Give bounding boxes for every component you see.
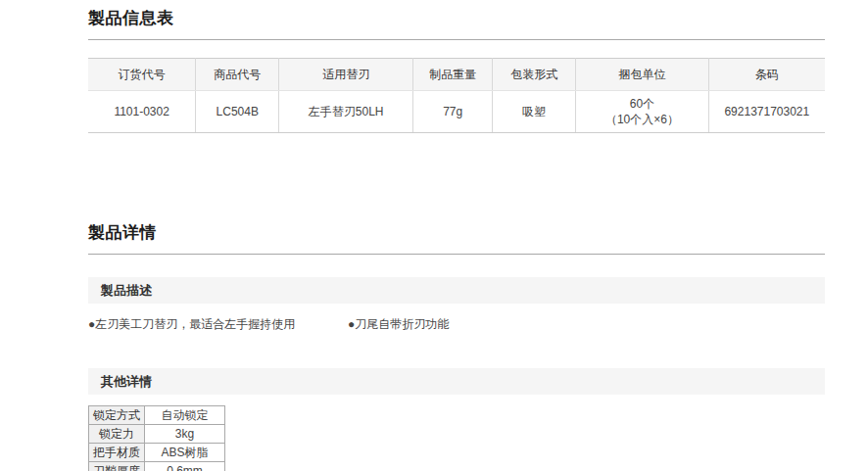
description-bullet-1: ●左刃美工刀替刃，最适合左手握持使用 bbox=[88, 316, 348, 333]
cell-weight: 77g bbox=[413, 91, 493, 133]
page-title-product-details: 製品详情 bbox=[88, 214, 825, 255]
product-details-section: 製品详情 製品描述 ●左刃美工刀替刃，最适合左手握持使用 ●刀尾自带折刃功能 其… bbox=[88, 214, 825, 471]
cell-packaging: 吸塑 bbox=[493, 91, 576, 133]
detail-value-lock-force: 3kg bbox=[145, 425, 225, 444]
detail-row-handle-material: 把手材质 ABS树脂 bbox=[89, 444, 225, 462]
pack-unit-breakdown: （10个入×6） bbox=[605, 113, 679, 126]
col-header-blade: 适用替刃 bbox=[279, 59, 413, 91]
cell-pack-unit: 60个 （10个入×6） bbox=[576, 91, 708, 133]
col-header-packaging: 包装形式 bbox=[493, 59, 576, 91]
detail-label-lock-method: 锁定方式 bbox=[89, 406, 145, 425]
col-header-product-code: 商品代号 bbox=[196, 59, 279, 91]
col-header-weight: 制品重量 bbox=[413, 59, 493, 91]
cell-order-code: 1101-0302 bbox=[88, 91, 196, 133]
page-content: 製品信息表 订货代号 商品代号 适用替刃 制品重量 包装形式 捆包单位 条码 1… bbox=[88, 0, 825, 471]
detail-label-lock-force: 锁定力 bbox=[89, 425, 145, 444]
detail-row-lock-force: 锁定力 3kg bbox=[89, 425, 225, 444]
table-row: 1101-0302 LC504B 左手替刃50LH 77g 吸塑 60个 （10… bbox=[88, 91, 825, 133]
cell-blade: 左手替刃50LH bbox=[279, 91, 413, 133]
cell-product-code: LC504B bbox=[196, 91, 279, 133]
description-bullet-list: ●左刃美工刀替刃，最适合左手握持使用 ●刀尾自带折刃功能 bbox=[88, 316, 825, 333]
description-bullet-2: ●刀尾自带折刃功能 bbox=[348, 316, 449, 333]
other-details-section-bar: 其他详情 bbox=[88, 368, 825, 395]
detail-row-lock-method: 锁定方式 自动锁定 bbox=[89, 406, 225, 425]
col-header-order-code: 订货代号 bbox=[88, 59, 196, 91]
detail-value-lock-method: 自动锁定 bbox=[145, 406, 225, 425]
description-section-bar: 製品描述 bbox=[88, 277, 825, 304]
page-title-product-info: 製品信息表 bbox=[88, 0, 825, 40]
cell-barcode: 6921371703021 bbox=[708, 91, 825, 133]
product-info-table: 订货代号 商品代号 适用替刃 制品重量 包装形式 捆包单位 条码 1101-03… bbox=[88, 58, 825, 133]
pack-unit-count: 60个 bbox=[630, 97, 654, 111]
detail-label-handle-material: 把手材质 bbox=[89, 444, 145, 462]
detail-value-handle-material: ABS树脂 bbox=[145, 444, 225, 462]
detail-row-sheath-thickness: 刀鞘厚度 0.6mm bbox=[89, 462, 225, 471]
detail-value-sheath-thickness: 0.6mm bbox=[145, 462, 225, 471]
detail-label-sheath-thickness: 刀鞘厚度 bbox=[89, 462, 145, 471]
col-header-barcode: 条码 bbox=[708, 59, 825, 91]
col-header-pack-unit: 捆包单位 bbox=[576, 59, 708, 91]
other-details-table: 锁定方式 自动锁定 锁定力 3kg 把手材质 ABS树脂 刀鞘厚度 0.6mm bbox=[88, 405, 225, 471]
table-header-row: 订货代号 商品代号 适用替刃 制品重量 包装形式 捆包单位 条码 bbox=[88, 59, 825, 91]
